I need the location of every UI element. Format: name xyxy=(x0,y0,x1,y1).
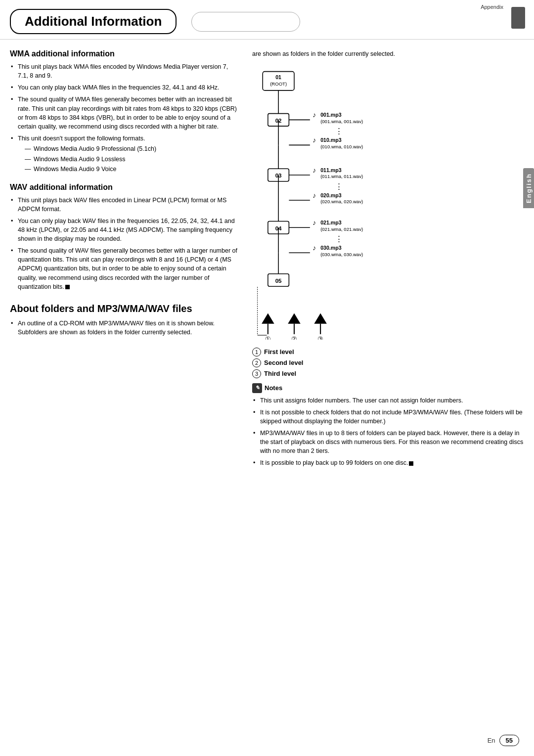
list-item: This unit plays back WAV files encoded i… xyxy=(10,196,237,214)
folder-tree-diagram: 01 (ROOT) 02 ♪ 001.mp3 (001.wma, 001.wav… xyxy=(252,66,420,340)
level-2-label: Second level xyxy=(264,359,303,366)
svg-text:♪: ♪ xyxy=(312,191,316,199)
left-column: WMA additional information This unit pla… xyxy=(10,49,247,473)
svg-text:001.mp3: 001.mp3 xyxy=(320,112,342,118)
svg-text:⋮: ⋮ xyxy=(335,127,343,135)
page-title: Additional Information xyxy=(10,9,177,34)
list-item: It is not possible to check folders that… xyxy=(252,408,524,426)
svg-text:♪: ♪ xyxy=(312,219,316,226)
list-item: Windows Media Audio 9 Lossless xyxy=(25,155,237,164)
notes-icon: ✎ xyxy=(252,383,262,393)
notes-section: ✎ Notes This unit assigns folder numbers… xyxy=(252,383,524,468)
list-item: Windows Media Audio 9 Professional (5.1c… xyxy=(25,145,237,154)
level-1-label: First level xyxy=(264,348,294,356)
main-content: WMA additional information This unit pla… xyxy=(0,40,534,483)
stop-square-icon xyxy=(65,285,70,289)
stop-square-icon xyxy=(409,461,413,466)
svg-text:01: 01 xyxy=(275,74,281,80)
level-second: 2 Second level xyxy=(252,358,524,367)
tab-indicator xyxy=(511,7,525,29)
notes-bullet-list: This unit assigns folder numbers. The us… xyxy=(252,396,524,468)
svg-text:⋮: ⋮ xyxy=(335,235,343,243)
svg-text:(021.wma, 021.wav): (021.wma, 021.wav) xyxy=(320,226,363,232)
wma-bullet-list: This unit plays back WMA files encoded b… xyxy=(10,62,237,174)
svg-text:(001.wma, 001.wav): (001.wma, 001.wav) xyxy=(320,119,363,124)
list-item: This unit assigns folder numbers. The us… xyxy=(252,396,524,405)
svg-marker-49 xyxy=(288,313,301,324)
level-labels: 1 First level 2 Second level 3 Third lev… xyxy=(252,348,524,378)
list-item: The sound quality of WAV files generally… xyxy=(10,246,237,291)
svg-text:020.mp3: 020.mp3 xyxy=(320,192,342,198)
svg-text:(010.wma, 010.wav): (010.wma, 010.wav) xyxy=(320,144,363,149)
list-item: An outline of a CD-ROM with MP3/WMA/WAV … xyxy=(10,319,237,337)
svg-text:♪: ♪ xyxy=(312,244,316,252)
svg-text:(020.wma, 020.wav): (020.wma, 020.wav) xyxy=(320,199,363,204)
svg-text:(ROOT): (ROOT) xyxy=(270,81,287,87)
page-footer: En 55 xyxy=(488,735,519,746)
svg-text:011.mp3: 011.mp3 xyxy=(320,167,342,173)
folder-tree-svg: 01 (ROOT) 02 ♪ 001.mp3 (001.wma, 001.wav… xyxy=(252,66,420,340)
list-item: This unit plays back WMA files encoded b… xyxy=(10,62,237,80)
svg-text:①: ① xyxy=(265,335,271,340)
level-first: 1 First level xyxy=(252,348,524,356)
list-item: This unit doesn't support the following … xyxy=(10,134,237,174)
level-1-circle: 1 xyxy=(252,348,261,356)
notes-header: ✎ Notes xyxy=(252,383,524,393)
level-2-circle: 2 xyxy=(252,358,261,367)
svg-text:②: ② xyxy=(291,335,297,340)
header-right-box xyxy=(191,12,300,32)
level-third: 3 Third level xyxy=(252,369,524,378)
wav-bullet-list: This unit plays back WAV files encoded i… xyxy=(10,196,237,291)
list-item: It is possible to play back up to 99 fol… xyxy=(252,458,524,467)
list-item: You can only play back WAV files in the … xyxy=(10,217,237,243)
list-item: The sound quality of WMA files generally… xyxy=(10,95,237,131)
svg-marker-52 xyxy=(314,313,327,324)
list-item: You can only play back WMA files in the … xyxy=(10,83,237,92)
svg-text:♪: ♪ xyxy=(312,166,316,174)
svg-text:(011.wma, 011.wav): (011.wma, 011.wav) xyxy=(320,174,363,179)
list-item: Windows Media Audio 9 Voice xyxy=(25,165,237,174)
svg-text:(030.wma, 030.wav): (030.wma, 030.wav) xyxy=(320,252,363,257)
svg-marker-46 xyxy=(262,313,274,324)
right-column: are shown as folders in the folder curre… xyxy=(247,49,524,473)
svg-text:③: ③ xyxy=(317,335,323,340)
page-header: Additional Information Appendix xyxy=(0,0,534,40)
svg-text:010.mp3: 010.mp3 xyxy=(320,137,342,143)
about-heading: About folders and MP3/WMA/WAV files xyxy=(10,302,237,315)
level-3-circle: 3 xyxy=(252,369,261,378)
notes-label: Notes xyxy=(265,384,282,392)
level-3-label: Third level xyxy=(264,370,296,377)
list-item: MP3/WMA/WAV files in up to 8 tiers of fo… xyxy=(252,429,524,455)
about-bullet-list: An outline of a CD-ROM with MP3/WMA/WAV … xyxy=(10,319,237,337)
svg-text:⋮: ⋮ xyxy=(335,182,343,190)
svg-line-11 xyxy=(289,120,310,145)
wma-dash-list: Windows Media Audio 9 Professional (5.1c… xyxy=(18,145,237,174)
wav-heading: WAV additional information xyxy=(10,183,237,192)
svg-text:021.mp3: 021.mp3 xyxy=(320,220,342,225)
svg-text:030.mp3: 030.mp3 xyxy=(320,245,342,251)
svg-text:♪: ♪ xyxy=(312,136,316,144)
appendix-label: Appendix xyxy=(481,4,503,10)
page-number: 55 xyxy=(499,735,519,746)
folder-intro-text: are shown as folders in the folder curre… xyxy=(252,49,524,58)
english-tab: English xyxy=(523,168,534,208)
svg-text:05: 05 xyxy=(275,277,282,284)
svg-text:♪: ♪ xyxy=(312,111,316,119)
wma-heading: WMA additional information xyxy=(10,49,237,58)
en-label: En xyxy=(488,737,495,744)
